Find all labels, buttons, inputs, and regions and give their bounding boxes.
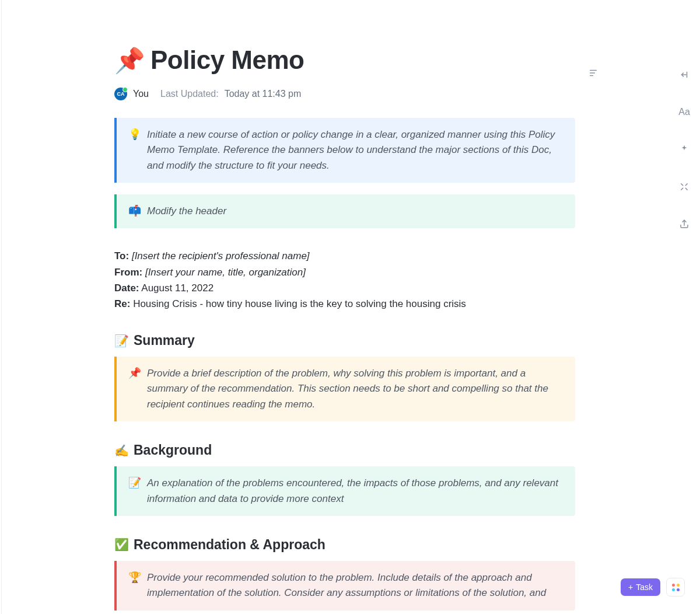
date-value: August 11, 2022 xyxy=(141,282,214,294)
recommendation-banner[interactable]: 🏆 Provide your recommended solution to t… xyxy=(114,561,575,610)
memo-to-line: To: [Insert the recipient's professional… xyxy=(114,248,575,264)
trophy-icon: 🏆 xyxy=(128,571,141,601)
to-label: To: xyxy=(114,250,129,261)
from-label: From: xyxy=(114,267,142,278)
author-avatar[interactable]: CA xyxy=(114,88,127,100)
modify-header-text: Modify the header xyxy=(147,204,226,219)
memo-re-line: Re: Housing Crisis - how tiny house livi… xyxy=(114,296,575,312)
bottom-actions: + Task xyxy=(621,578,685,596)
document-meta-row: CA You Last Updated: Today at 11:43 pm xyxy=(114,88,575,100)
ai-sparkle-icon[interactable] xyxy=(675,140,694,159)
apps-button[interactable] xyxy=(666,578,685,596)
collapse-icon[interactable] xyxy=(675,65,694,84)
modify-header-banner[interactable]: 📫 Modify the header xyxy=(114,194,575,228)
paragraph-format-icon[interactable] xyxy=(588,68,598,81)
intro-banner[interactable]: 💡 Initiate a new course of action or pol… xyxy=(114,118,575,183)
re-value: Housing Crisis - how tiny house living i… xyxy=(133,298,466,309)
memo-icon: 📝 xyxy=(128,476,141,507)
intro-banner-text: Initiate a new course of action or polic… xyxy=(147,127,564,173)
last-updated-value: Today at 11:43 pm xyxy=(225,89,302,99)
writing-hand-icon: ✍️ xyxy=(114,444,129,458)
date-label: Date: xyxy=(114,282,139,294)
document-body: 📌 Policy Memo CA You Last Updated: Today… xyxy=(114,0,575,610)
background-banner-text: An explanation of the problems encounter… xyxy=(147,476,564,507)
lightbulb-icon: 💡 xyxy=(128,128,141,173)
memo-header-fields[interactable]: To: [Insert the recipient's professional… xyxy=(114,248,575,312)
document-title[interactable]: Policy Memo xyxy=(150,46,304,75)
right-toolbar: Aa xyxy=(668,0,700,614)
pushpin-icon: 📌 xyxy=(128,367,141,412)
summary-banner-text: Provide a brief description of the probl… xyxy=(147,366,564,412)
mailbox-icon: 📫 xyxy=(128,204,141,219)
plus-icon: + xyxy=(628,582,633,592)
from-value: [Insert your name, title, organization] xyxy=(145,267,306,278)
author-name: You xyxy=(133,89,149,99)
memo-date-line: Date: August 11, 2022 xyxy=(114,280,575,296)
background-heading[interactable]: ✍️ Background xyxy=(114,442,575,458)
memo-icon: 📝 xyxy=(114,334,129,348)
summary-banner[interactable]: 📌 Provide a brief description of the pro… xyxy=(114,357,575,421)
typography-button[interactable]: Aa xyxy=(675,103,694,121)
check-mark-icon: ✅ xyxy=(114,538,129,552)
recommendation-banner-text: Provide your recommended solution to the… xyxy=(147,570,564,601)
memo-from-line: From: [Insert your name, title, organiza… xyxy=(114,264,575,280)
recommendation-heading[interactable]: ✅ Recommendation & Approach xyxy=(114,537,575,553)
recommendation-heading-text: Recommendation & Approach xyxy=(134,537,326,553)
task-button-label: Task xyxy=(636,582,653,592)
background-heading-text: Background xyxy=(134,442,212,458)
left-edge-divider xyxy=(1,0,2,614)
pushpin-icon: 📌 xyxy=(114,46,145,75)
summary-heading-text: Summary xyxy=(134,333,195,348)
automation-icon[interactable] xyxy=(675,177,694,196)
background-banner[interactable]: 📝 An explanation of the problems encount… xyxy=(114,466,575,516)
to-value: [Insert the recipient's professional nam… xyxy=(132,250,310,261)
create-task-button[interactable]: + Task xyxy=(621,578,660,596)
document-title-row: 📌 Policy Memo xyxy=(114,46,575,75)
last-updated-label: Last Updated: xyxy=(160,89,219,99)
summary-heading[interactable]: 📝 Summary xyxy=(114,333,575,348)
apps-grid-icon xyxy=(672,584,680,591)
re-label: Re: xyxy=(114,298,130,309)
share-icon[interactable] xyxy=(675,215,694,233)
